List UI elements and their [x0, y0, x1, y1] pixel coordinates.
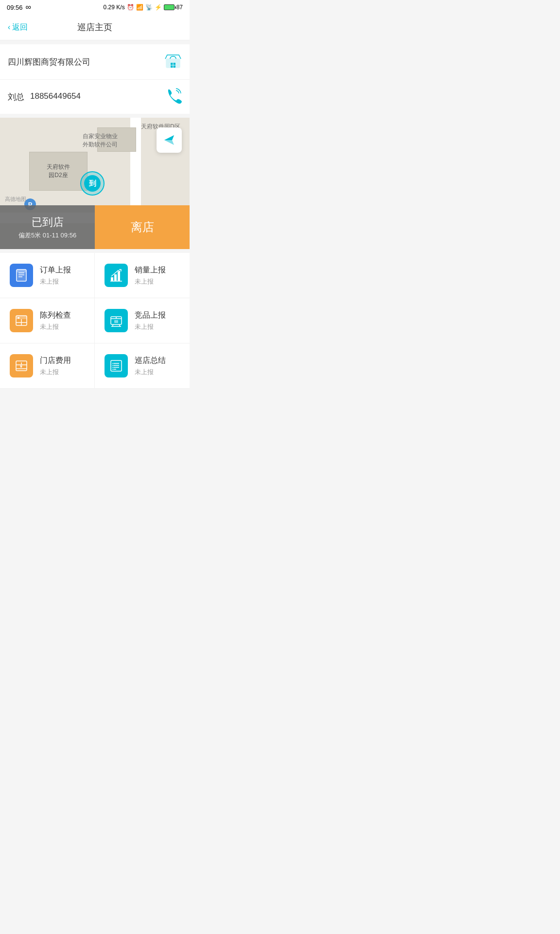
expense-text: 门店费用 未上报 — [40, 356, 71, 377]
contact-info: 刘总 18856449654 — [8, 91, 81, 103]
action-item-display[interactable]: 陈列检查 未上报 — [0, 298, 95, 343]
svg-rect-10 — [111, 277, 113, 281]
status-bar: 09:56 ∞ 0.29 K/s ⏰ 📶 📡 ⚡ 87 — [0, 0, 190, 15]
location-marker: 到 — [78, 171, 107, 200]
expense-status: 未上报 — [40, 368, 71, 377]
svg-rect-24 — [114, 320, 118, 323]
arrived-main-text: 已到店 — [32, 215, 64, 230]
gaode-label: 高德地图 — [5, 196, 26, 203]
svg-rect-11 — [114, 274, 117, 281]
expense-title: 门店费用 — [40, 356, 71, 366]
battery-icon — [164, 4, 175, 10]
alarm-icon: ⏰ — [127, 4, 134, 11]
map-bottom-bar: 已到店 偏差5米 01-11 09:56 离店 — [0, 205, 190, 249]
competitor-title: 竞品上报 — [135, 310, 166, 321]
company-name: 四川辉图商贸有限公司 — [8, 56, 90, 68]
svg-rect-18 — [18, 317, 19, 319]
phone-icon[interactable] — [165, 88, 182, 106]
contact-section: 刘总 18856449654 — [0, 80, 190, 114]
battery-level: 87 — [176, 4, 183, 11]
summary-text: 巡店总结 未上报 — [135, 356, 166, 377]
back-chevron-icon: ‹ — [8, 23, 10, 32]
svg-point-26 — [116, 317, 117, 318]
arrived-button[interactable]: 已到店 偏差5米 01-11 09:56 — [0, 205, 95, 249]
page-title: 巡店主页 — [77, 21, 112, 33]
order-title: 订单上报 — [40, 265, 71, 275]
company-section: 四川辉图商贸有限公司 — [0, 44, 190, 80]
status-left: 09:56 ∞ — [7, 3, 31, 12]
sales-status: 未上报 — [135, 277, 166, 286]
summary-title: 巡店总结 — [135, 356, 166, 366]
signal-icon: 📡 — [145, 4, 153, 11]
order-status: 未上报 — [40, 277, 71, 286]
time-display: 09:56 — [7, 4, 23, 11]
leave-label: 离店 — [131, 219, 154, 235]
arrived-sub-text: 偏差5米 01-11 09:56 — [18, 231, 76, 240]
header: ‹ 返回 巡店主页 — [0, 15, 190, 40]
action-item-competitor[interactable]: 竞品上报 未上报 — [95, 298, 190, 343]
shop-icon — [164, 52, 182, 72]
competitor-icon — [105, 309, 128, 332]
expense-icon: ¥ — [10, 354, 33, 377]
display-title: 陈列检查 — [40, 310, 71, 321]
display-text: 陈列检查 未上报 — [40, 310, 71, 331]
display-icon — [10, 309, 33, 332]
back-button[interactable]: ‹ 返回 — [8, 22, 28, 33]
display-status: 未上报 — [40, 323, 71, 331]
sales-icon — [105, 264, 128, 287]
competitor-text: 竞品上报 未上报 — [135, 310, 166, 331]
svg-rect-9 — [17, 269, 26, 272]
competitor-status: 未上报 — [135, 323, 166, 331]
sales-text: 销量上报 未上报 — [135, 265, 166, 286]
order-icon — [10, 264, 33, 287]
map-area: 天府软件 园D2座 自家安业物业 外勤软件公司 天府软件园D区 天府软件园D区 … — [0, 118, 190, 249]
marker-outer-circle: 到 — [80, 171, 105, 196]
action-item-summary[interactable]: 巡店总结 未上报 — [95, 343, 190, 389]
contact-person: 刘总 — [8, 91, 24, 103]
marker-inner-circle: 到 — [84, 175, 101, 192]
loop-icon: ∞ — [26, 3, 31, 12]
map-label-office: 自家安业物业 外勤软件公司 — [83, 132, 118, 149]
action-item-expense[interactable]: ¥ 门店费用 未上报 — [0, 343, 95, 389]
speed-display: 0.29 K/s — [104, 4, 125, 11]
marker-label: 到 — [89, 179, 96, 188]
svg-text:¥: ¥ — [20, 364, 22, 369]
order-text: 订单上报 未上报 — [40, 265, 71, 286]
leave-button[interactable]: 离店 — [95, 205, 190, 249]
action-item-order[interactable]: 订单上报 未上报 — [0, 253, 95, 298]
summary-icon — [105, 354, 128, 377]
wifi-icon: 📶 — [136, 4, 143, 11]
svg-rect-12 — [118, 271, 120, 281]
sales-title: 销量上报 — [135, 265, 166, 275]
action-item-sales[interactable]: 销量上报 未上报 — [95, 253, 190, 298]
back-label: 返回 — [12, 22, 28, 33]
charge-icon: ⚡ — [155, 4, 162, 11]
summary-status: 未上报 — [135, 368, 166, 377]
actions-grid: 订单上报 未上报 销量上报 未上报 — [0, 253, 190, 389]
status-right: 0.29 K/s ⏰ 📶 📡 ⚡ 87 — [104, 4, 183, 11]
navigate-button[interactable] — [157, 127, 182, 153]
contact-phone: 18856449654 — [30, 91, 81, 103]
